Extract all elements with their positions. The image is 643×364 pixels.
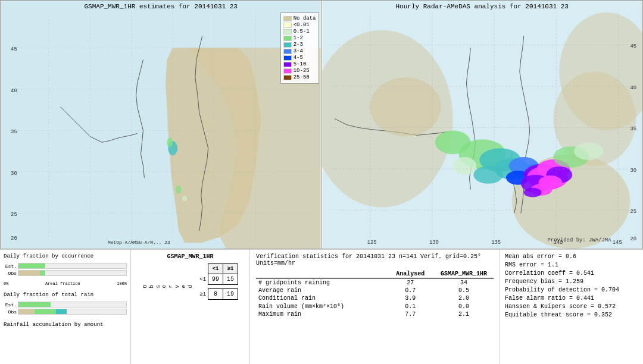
verif-val-gridpoints-analysed: 27	[386, 279, 434, 287]
verif-label-volume: Rain volume (mm×km²×10⁶)	[256, 302, 386, 310]
left-map-title: GSMAP_MWR_1HR estimates for 20141031 23	[1, 3, 322, 10]
legend-label-12: 1-2	[294, 35, 303, 41]
axis-mid: Areal fraction	[45, 281, 80, 286]
svg-point-44	[473, 166, 503, 184]
obs-rain-row: Obs	[4, 309, 127, 315]
verif-val-avg-analysed: 0.7	[386, 287, 434, 294]
scores-panel: Mean abs error = 0.6 RMS error = 1.1 Cor…	[500, 250, 643, 364]
svg-text:40: 40	[630, 85, 636, 91]
row-header-2-label: ≥1	[196, 289, 208, 300]
verif-title: Verification statistics for 20141031 23 …	[256, 253, 494, 266]
svg-point-12	[167, 137, 173, 147]
col-header-1: <1	[208, 264, 223, 274]
occurrence-title: Daily fraction by occurrence	[4, 253, 127, 259]
obs-occurrence-row: Obs	[4, 270, 127, 276]
verif-col-analysed: Analysed	[386, 270, 434, 278]
verif-row-gridpoints: # gridpoints raining 27 34	[256, 279, 494, 287]
legend-swatch-1025	[283, 68, 292, 74]
legend-no-data: No data	[283, 15, 316, 21]
svg-text:145: 145	[612, 240, 622, 246]
legend-swatch-45	[283, 55, 292, 61]
score-ets: Equitable threat score = 0.352	[505, 312, 638, 318]
legend-label-nodata: No data	[294, 15, 316, 21]
legend-2-3: 2-3	[283, 42, 316, 48]
legend-swatch-12	[283, 36, 292, 41]
est-occurrence-row: Est.	[4, 263, 127, 269]
legend-4-5: 4-5	[283, 55, 316, 61]
legend-label-510: 5-10	[294, 61, 307, 67]
svg-text:25: 25	[630, 209, 636, 215]
verif-label-avg: Average rain	[256, 287, 386, 294]
rainfall-title: Rainfall accumulation by amount	[4, 322, 127, 328]
score-rms: RMS error = 1.1	[505, 262, 638, 268]
legend-05-1: 0.5-1	[283, 29, 316, 34]
col-header-2: ≥1	[223, 264, 238, 274]
verif-row-volume: Rain volume (mm×km²×10⁶) 0.1 0.0	[256, 302, 494, 310]
verif-label-cond: Conditional rain	[256, 294, 386, 302]
rain-chart: Est. Obs	[4, 302, 127, 315]
svg-text:30: 30	[630, 168, 636, 174]
obs-occurrence-track	[18, 270, 127, 276]
confusion-panel: GSMAP_MWR_1HR <1 ≥1 Observed <1 99 15	[131, 250, 250, 364]
est-occurrence-fill-green	[18, 263, 45, 268]
est-rain-track	[18, 302, 127, 307]
axis-100: 100%	[117, 281, 127, 286]
verif-val-volume-analysed: 0.1	[386, 302, 434, 310]
svg-point-55	[523, 188, 541, 197]
est-label-1: Est.	[4, 263, 17, 269]
verif-val-gridpoints-gsmap: 34	[434, 279, 494, 287]
est-label-2: Est.	[4, 302, 17, 307]
obs-rain-track	[18, 309, 127, 315]
verif-row-max: Maximum rain 7.7 2.1	[256, 310, 494, 318]
stats-row: Daily fraction by occurrence Est. Obs	[0, 250, 643, 364]
rain-title: Daily fraction of total rain	[4, 292, 127, 298]
verif-val-cond-analysed: 3.9	[386, 294, 434, 302]
verif-val-max-analysed: 7.7	[386, 310, 434, 318]
svg-text:25: 25	[11, 212, 17, 218]
legend-001: <0.01	[283, 22, 316, 28]
verification-panel: Verification statistics for 20141031 23 …	[250, 250, 500, 364]
obs-occurrence-fill	[18, 271, 40, 275]
verif-val-cond-gsmap: 2.0	[434, 294, 494, 302]
svg-point-14	[182, 196, 187, 202]
legend-swatch-23	[283, 42, 292, 48]
axis-0: 0%	[4, 281, 8, 286]
verif-row-avg-rain: Average rain 0.7 0.5	[256, 287, 494, 294]
empty-spacer-2	[208, 285, 223, 289]
legend-10-25: 10-25	[283, 68, 316, 74]
legend-3-4: 3-4	[283, 48, 316, 54]
left-map-panel: GSMAP_MWR_1HR estimates for 20141031 23 …	[0, 0, 322, 249]
svg-text:Provided by: JWA/JMA: Provided by: JWA/JMA	[547, 237, 611, 243]
verif-label-gridpoints: # gridpoints raining	[256, 279, 386, 287]
svg-point-13	[176, 186, 182, 194]
legend-swatch-2550	[283, 75, 292, 80]
legend-25-50: 25-50	[283, 74, 316, 80]
legend-label-1025: 10-25	[294, 68, 310, 74]
right-map-title: Hourly Radar-AMeDAS analysis for 2014103…	[322, 3, 643, 10]
legend-label-051: 0.5-1	[294, 29, 310, 34]
svg-text:135: 135	[491, 240, 501, 246]
score-pod: Probability of detection = 0.704	[505, 287, 638, 293]
left-map-svg: 45 40 35 30 25 20 MetOp-A/AMSU-A/M... 23	[1, 1, 322, 249]
row-header-1-label: <1	[196, 274, 208, 285]
right-map-panel: Hourly Radar-AMeDAS analysis for 2014103…	[322, 0, 644, 249]
cell-8: 8	[208, 289, 223, 300]
obs-label-2: Obs	[4, 309, 17, 315]
svg-point-57	[574, 142, 604, 160]
score-corr: Correlation coeff = 0.541	[505, 270, 638, 277]
legend-swatch-34	[283, 49, 292, 54]
obs-rain-fill-green	[35, 309, 56, 314]
verif-val-volume-gsmap: 0.0	[434, 302, 494, 310]
obs-rain-fill-teal	[56, 309, 67, 314]
confusion-obs-label-row: Observed <1 99 15	[142, 274, 238, 285]
svg-point-41	[452, 157, 476, 175]
legend-5-10: 5-10	[283, 61, 316, 67]
score-hk: Hanssen & Kuipers score = 0.572	[505, 303, 638, 310]
occurrence-axis: 0% Areal fraction 100%	[4, 281, 127, 286]
cell-15: 15	[223, 274, 238, 285]
svg-point-37	[370, 77, 441, 136]
obs-label-1: Obs	[4, 271, 17, 276]
score-far: False alarm ratio = 0.441	[505, 295, 638, 302]
legend-1-2: 1-2	[283, 35, 316, 41]
confusion-header-row: <1 ≥1	[142, 264, 238, 274]
